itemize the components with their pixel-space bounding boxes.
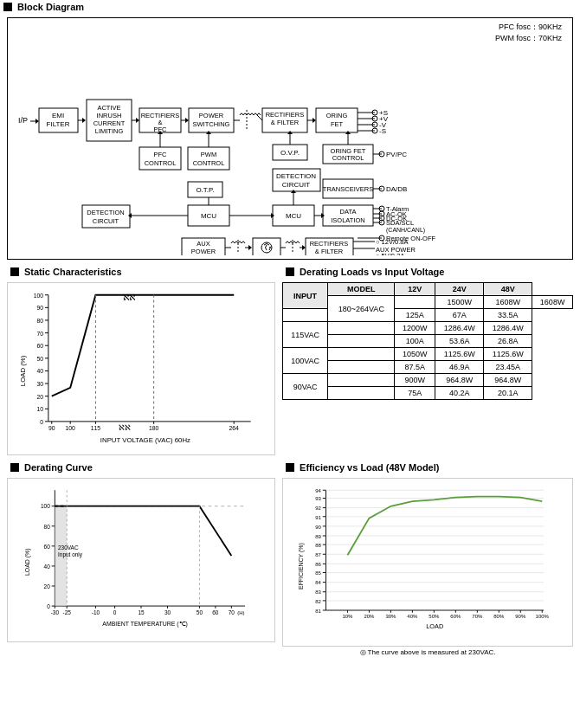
static-characteristics-title: Static Characteristics bbox=[24, 267, 122, 277]
svg-marker-2 bbox=[35, 119, 39, 124]
svg-text:SDA/SCL: SDA/SCL bbox=[386, 219, 414, 227]
svg-text:PWM: PWM bbox=[201, 151, 216, 158]
svg-text:90: 90 bbox=[48, 425, 55, 431]
svg-text:& FILTER: & FILTER bbox=[271, 119, 300, 126]
svg-text:MCU: MCU bbox=[201, 212, 216, 220]
efficiency-section: Efficiency vs Load (48V Model) EFFICIENC… bbox=[282, 461, 573, 656]
val-1286-4w-2: 1286.4W bbox=[484, 322, 532, 335]
static-characteristics-section: Static Characteristics LOAD (%) 0 10 20 … bbox=[7, 265, 275, 455]
svg-text:87: 87 bbox=[315, 552, 321, 557]
svg-marker-31 bbox=[313, 118, 316, 123]
freq-info-2: PWM fosc：70KHz bbox=[495, 34, 562, 42]
freq-info-1: PFC fosc：90KHz bbox=[499, 23, 562, 31]
col-48v: 48V bbox=[484, 283, 532, 296]
block-diagram-container: PFC fosc：90KHz PWM fosc：70KHz I/P EMI FI… bbox=[7, 17, 573, 260]
svg-text:RECTIFIERS: RECTIFIERS bbox=[310, 240, 349, 248]
svg-text:94: 94 bbox=[315, 488, 321, 493]
svg-text:EFFICIENCY (%): EFFICIENCY (%) bbox=[298, 543, 305, 589]
val-1050w: 1050W bbox=[395, 348, 435, 361]
derating-curve-title: Derating Curve bbox=[24, 462, 93, 473]
input-90: 90VAC bbox=[283, 374, 328, 400]
val-964-8w-2: 964.8W bbox=[484, 374, 532, 387]
svg-text:115: 115 bbox=[91, 425, 101, 431]
val-26-8a: 26.8A bbox=[484, 335, 532, 348]
val-1608w-1: 1608W bbox=[484, 296, 532, 309]
svg-text:30%: 30% bbox=[385, 614, 396, 619]
svg-text:AUX: AUX bbox=[197, 240, 209, 248]
svg-text:LOAD: LOAD bbox=[426, 622, 443, 630]
svg-text:○ 5V/0.3A: ○ 5V/0.3A bbox=[376, 252, 404, 255]
svg-text:100: 100 bbox=[41, 503, 50, 509]
svg-text:FET: FET bbox=[331, 120, 344, 128]
svg-text:92: 92 bbox=[315, 506, 321, 511]
svg-marker-109 bbox=[302, 245, 306, 250]
svg-text:84: 84 bbox=[315, 580, 321, 585]
svg-text:-10: -10 bbox=[92, 609, 100, 615]
val-20-1a: 20.1A bbox=[484, 387, 532, 400]
svg-text:○ 12V/0.8A: ○ 12V/0.8A bbox=[376, 238, 408, 246]
svg-text:20: 20 bbox=[44, 583, 51, 589]
derating-table: INPUT MODEL 12V 24V 48V 180~264VAC 1500W… bbox=[282, 282, 573, 400]
svg-text:88: 88 bbox=[315, 543, 321, 548]
svg-text:40: 40 bbox=[36, 368, 43, 374]
val-empty3 bbox=[328, 322, 395, 335]
svg-text:PV/PC: PV/PC bbox=[386, 151, 407, 158]
section-marker-5 bbox=[286, 463, 294, 472]
svg-text:0: 0 bbox=[113, 609, 117, 615]
val-900w: 900W bbox=[395, 374, 435, 387]
svg-text:POWER: POWER bbox=[191, 248, 216, 255]
val-1125-6w-1: 1125.6W bbox=[435, 348, 484, 361]
svg-text:100: 100 bbox=[66, 425, 76, 431]
val-empty2 bbox=[283, 309, 328, 322]
svg-text:60: 60 bbox=[36, 343, 43, 349]
svg-text:30: 30 bbox=[164, 609, 171, 615]
svg-text:CURRENT: CURRENT bbox=[93, 119, 126, 127]
section-marker-3 bbox=[286, 267, 294, 276]
val-53-6a: 53.6A bbox=[435, 335, 484, 348]
svg-marker-103 bbox=[248, 245, 252, 250]
svg-line-26 bbox=[257, 115, 262, 120]
block-diagram-section: Block Diagram PFC fosc：90KHz PWM fosc：70… bbox=[0, 0, 580, 260]
svg-text:DA/DB: DA/DB bbox=[386, 185, 407, 193]
table-row: 115VAC 1200W 1286.4W 1286.4W bbox=[283, 322, 573, 335]
col-input: INPUT bbox=[283, 283, 328, 309]
derating-loads-section: Derating Loads vs Input Voltage INPUT MO… bbox=[282, 265, 573, 455]
svg-text:Input only: Input only bbox=[58, 551, 83, 558]
svg-text:CIRCUIT: CIRCUIT bbox=[282, 181, 311, 189]
svg-text:86: 86 bbox=[315, 562, 321, 567]
svg-text:I/P: I/P bbox=[18, 116, 28, 125]
svg-text:50%: 50% bbox=[429, 614, 440, 619]
static-chart-area: LOAD (%) 0 10 20 30 40 50 60 70 80 90 10… bbox=[7, 282, 275, 455]
svg-text:ORING: ORING bbox=[326, 112, 348, 119]
svg-text:ℵℵ: ℵℵ bbox=[123, 293, 136, 302]
svg-text:(H): (H) bbox=[237, 610, 244, 615]
svg-text:& FILTER: & FILTER bbox=[315, 248, 344, 255]
svg-text:DETECTION: DETECTION bbox=[87, 209, 124, 216]
svg-text:LOAD (%): LOAD (%) bbox=[24, 549, 31, 576]
svg-text:60%: 60% bbox=[450, 614, 461, 619]
svg-marker-14 bbox=[136, 118, 139, 123]
svg-text:180: 180 bbox=[149, 425, 159, 431]
val-1500w: 1500W bbox=[435, 296, 484, 309]
svg-text:20: 20 bbox=[36, 394, 43, 400]
svg-text:CONTROL: CONTROL bbox=[332, 154, 364, 162]
efficiency-header: Efficiency vs Load (48V Model) bbox=[282, 461, 573, 474]
svg-text:ISOLATION: ISOLATION bbox=[331, 216, 364, 224]
block-diagram-title: Block Diagram bbox=[17, 2, 84, 12]
svg-text:60: 60 bbox=[44, 544, 51, 550]
svg-text:PFC: PFC bbox=[154, 151, 168, 158]
val-empty7 bbox=[328, 374, 395, 387]
svg-text:93: 93 bbox=[315, 496, 321, 501]
val-67a: 67A bbox=[435, 309, 484, 322]
svg-text:70: 70 bbox=[36, 331, 43, 337]
svg-text:91: 91 bbox=[315, 515, 321, 520]
svg-text:70%: 70% bbox=[472, 614, 483, 619]
svg-text:EMI: EMI bbox=[52, 112, 64, 119]
svg-text:264: 264 bbox=[229, 425, 240, 431]
svg-text:82: 82 bbox=[315, 599, 321, 604]
efficiency-note: ◎ The curve above is measured at 230VAC. bbox=[282, 648, 573, 656]
svg-text:O.V.P.: O.V.P. bbox=[280, 149, 300, 157]
svg-text:-30: -30 bbox=[51, 609, 60, 615]
svg-text:ACTIVE: ACTIVE bbox=[97, 104, 120, 112]
bottom-sections: Derating Curve LOAD (%) 0 20 40 60 80 10… bbox=[7, 461, 573, 656]
